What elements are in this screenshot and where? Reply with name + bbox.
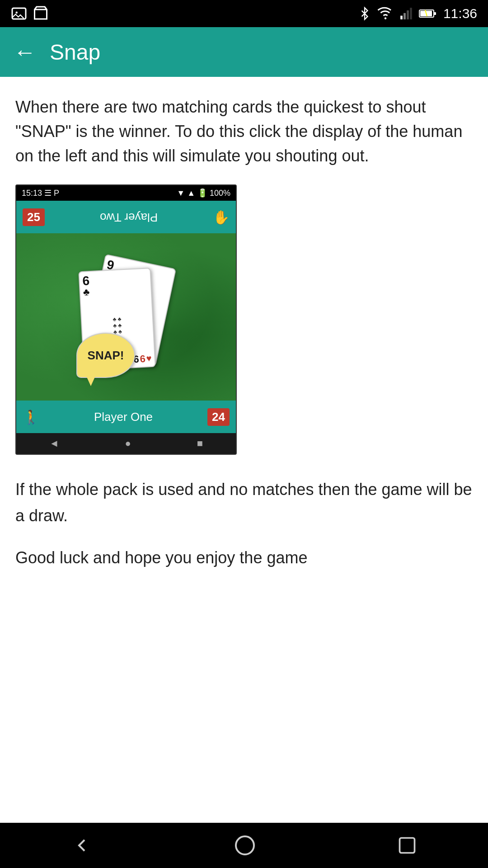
phone-person-icon: 🚶 bbox=[23, 409, 39, 425]
player-two-score: 25 bbox=[23, 208, 45, 226]
nav-recent-button[interactable] bbox=[397, 835, 417, 855]
phone-player-one-bar[interactable]: 🚶 Player One 24 bbox=[16, 401, 236, 433]
player-one-score: 24 bbox=[207, 408, 230, 426]
phone-nav-home: ● bbox=[125, 438, 131, 449]
player-two-name: Player Two bbox=[100, 210, 158, 224]
game-screenshot: 15:13 ☰ P ▼ ▲ 🔋 100% 25 Player Two ✋ 9 ♣… bbox=[15, 184, 237, 455]
snap-label: SNAP! bbox=[88, 349, 124, 363]
status-bar-right: 11:36 bbox=[358, 5, 477, 22]
player-one-name: Player One bbox=[94, 410, 153, 424]
status-bar-left bbox=[11, 5, 49, 22]
svg-rect-13 bbox=[400, 838, 415, 853]
svg-point-3 bbox=[385, 17, 387, 19]
phone-nav-recent: ■ bbox=[197, 438, 203, 449]
intro-paragraph: When there are two matching cards the qu… bbox=[15, 95, 473, 168]
phone-nav-back: ◄ bbox=[49, 438, 59, 449]
status-time: 11:36 bbox=[443, 6, 477, 21]
app-bar-title: Snap bbox=[50, 40, 100, 65]
bottom-nav-bar bbox=[0, 823, 488, 868]
notification-icon bbox=[33, 5, 49, 22]
svg-rect-6 bbox=[407, 10, 409, 19]
card-play-area: 9 ♣ ♣ ♣ ♣♣ ♣ ♣♣ ♣ ♣ 6 ♣ ♣ ♣♣ ♣♣ ♣ 6 6 bbox=[16, 233, 236, 401]
phone-time: 15:13 ☰ P bbox=[22, 188, 59, 198]
svg-rect-4 bbox=[400, 16, 403, 19]
snap-speech-bubble: SNAP! bbox=[76, 333, 135, 378]
phone-nav-bar: ◄ ● ■ bbox=[16, 433, 236, 454]
signal-icon bbox=[400, 5, 413, 22]
phone-player-two-bar: 25 Player Two ✋ bbox=[16, 201, 236, 233]
svg-rect-0 bbox=[12, 8, 26, 19]
good-luck-paragraph: Good luck and hope you enjoy the game bbox=[15, 545, 473, 571]
photo-icon bbox=[11, 5, 27, 22]
phone-status-bar: 15:13 ☰ P ▼ ▲ 🔋 100% bbox=[16, 185, 236, 201]
battery-icon bbox=[419, 7, 437, 20]
nav-back-button[interactable] bbox=[71, 835, 93, 856]
bluetooth-icon bbox=[358, 5, 371, 22]
svg-rect-5 bbox=[404, 13, 406, 19]
card-stack: 9 ♣ ♣ ♣ ♣♣ ♣ ♣♣ ♣ ♣ 6 ♣ ♣ ♣♣ ♣♣ ♣ 6 6 bbox=[81, 256, 171, 378]
card-front-value-red: 6 bbox=[140, 354, 145, 364]
wifi-icon bbox=[377, 5, 394, 22]
svg-point-1 bbox=[16, 12, 18, 14]
phone-battery: ▼ ▲ 🔋 100% bbox=[177, 188, 230, 198]
status-bar: 11:36 bbox=[0, 0, 488, 27]
svg-rect-7 bbox=[410, 8, 412, 19]
app-bar: ← Snap bbox=[0, 27, 488, 77]
svg-point-12 bbox=[236, 836, 254, 854]
main-content: When there are two matching cards the qu… bbox=[0, 77, 488, 823]
phone-hand-icon: ✋ bbox=[213, 209, 230, 225]
draw-paragraph: If the whole pack is used and no matches… bbox=[15, 476, 473, 528]
svg-rect-9 bbox=[434, 12, 436, 15]
back-button[interactable]: ← bbox=[14, 41, 36, 63]
nav-home-button[interactable] bbox=[234, 835, 256, 856]
